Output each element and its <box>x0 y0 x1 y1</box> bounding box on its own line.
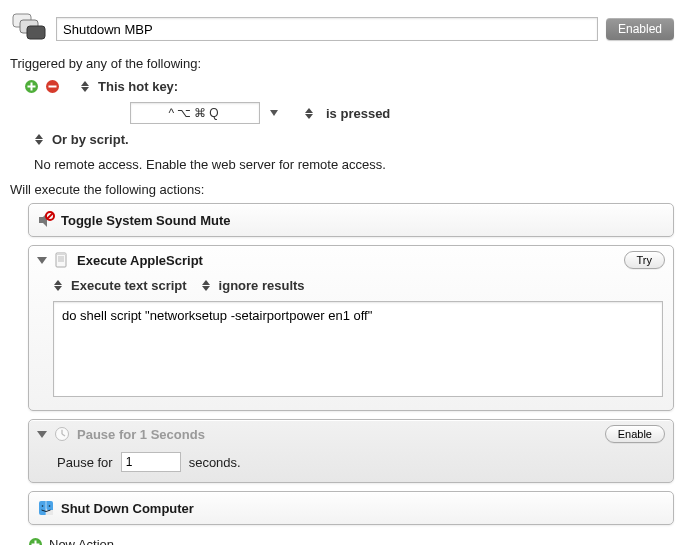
finder-icon <box>37 499 55 517</box>
disclosure-down-icon[interactable] <box>37 257 47 264</box>
action-toggle-mute[interactable]: Toggle System Sound Mute <box>28 203 674 237</box>
speaker-mute-icon <box>37 211 55 229</box>
hotkey-label: This hot key: <box>98 79 178 94</box>
script-mode-stepper[interactable] <box>53 278 63 293</box>
action-title: Toggle System Sound Mute <box>61 213 231 228</box>
disclosure-down-icon[interactable] <box>37 431 47 438</box>
hotkey-mode-stepper[interactable] <box>304 106 314 121</box>
svg-point-20 <box>49 505 51 507</box>
macro-icon <box>10 10 48 48</box>
svg-rect-5 <box>28 86 36 88</box>
svg-rect-2 <box>27 26 45 39</box>
svg-rect-11 <box>56 253 66 267</box>
script-results-label: ignore results <box>219 278 305 293</box>
action-title: Execute AppleScript <box>77 253 203 268</box>
script-trigger-stepper[interactable] <box>34 132 44 147</box>
trigger-hotkey-row: This hot key: <box>10 75 674 98</box>
try-button[interactable]: Try <box>624 251 665 269</box>
action-title: Pause for 1 Seconds <box>77 427 205 442</box>
actions-heading: Will execute the following actions: <box>10 182 674 197</box>
applescript-icon <box>53 251 71 269</box>
add-action-icon <box>28 537 43 545</box>
add-trigger-icon[interactable] <box>24 79 39 94</box>
enabled-button[interactable]: Enabled <box>606 18 674 40</box>
enable-button[interactable]: Enable <box>605 425 665 443</box>
pause-prefix-label: Pause for <box>57 455 113 470</box>
hotkey-menu-icon[interactable] <box>270 110 278 116</box>
new-action-row[interactable]: New Action <box>10 533 674 545</box>
pause-seconds-input[interactable] <box>121 452 181 472</box>
hotkey-input[interactable]: ^⌥⌘Q <box>130 102 260 124</box>
action-pause[interactable]: Pause for 1 Seconds Enable Pause for sec… <box>28 419 674 483</box>
script-textarea[interactable] <box>53 301 663 397</box>
script-results-stepper[interactable] <box>201 278 211 293</box>
svg-rect-7 <box>49 86 57 88</box>
action-shutdown[interactable]: Shut Down Computer <box>28 491 674 525</box>
new-action-label: New Action <box>49 537 114 545</box>
clock-icon <box>53 425 71 443</box>
trigger-type-stepper[interactable] <box>80 79 90 94</box>
remove-trigger-icon[interactable] <box>45 79 60 94</box>
action-applescript[interactable]: Execute AppleScript Try Execute text scr… <box>28 245 674 411</box>
macro-name-input[interactable] <box>56 17 598 41</box>
script-mode-label: Execute text script <box>71 278 187 293</box>
script-trigger-label: Or by script. <box>52 132 129 147</box>
remote-access-note: No remote access. Enable the web server … <box>34 157 674 172</box>
trigger-script-row: Or by script. <box>10 128 674 151</box>
svg-line-10 <box>47 213 53 219</box>
pause-suffix-label: seconds. <box>189 455 241 470</box>
action-title: Shut Down Computer <box>61 501 194 516</box>
hotkey-mode-label: is pressed <box>326 106 390 121</box>
svg-point-19 <box>42 505 44 507</box>
hotkey-config-row: ^⌥⌘Q is pressed <box>10 98 674 128</box>
trigger-heading: Triggered by any of the following: <box>10 56 674 71</box>
header-row: Enabled <box>10 10 674 48</box>
